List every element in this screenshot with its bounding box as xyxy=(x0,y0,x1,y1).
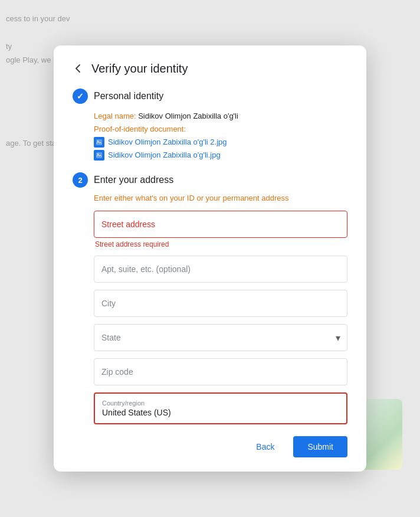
state-select-wrapper: State ▾ xyxy=(94,324,347,351)
verify-identity-modal: Verify your identity ✓ Personal identity… xyxy=(54,45,366,472)
zip-code-input[interactable] xyxy=(94,358,347,385)
personal-identity-section: ✓ Personal identity Legal name: Sidikov … xyxy=(73,89,347,162)
country-region-value: United States (US) xyxy=(102,408,339,417)
modal-footer: Back Submit xyxy=(73,436,347,457)
svg-rect-2 xyxy=(96,152,102,158)
legal-name-label: Legal name: xyxy=(94,112,136,120)
proof-label-row: Proof-of-identity document: xyxy=(94,123,347,136)
zip-code-group xyxy=(94,358,347,385)
file-icon-2 xyxy=(94,150,104,161)
address-subtitle: Enter either what's on your ID or your p… xyxy=(94,194,347,202)
state-select[interactable]: State xyxy=(94,324,347,351)
state-group: State ▾ xyxy=(94,324,347,351)
apt-suite-input[interactable] xyxy=(94,256,347,283)
file-icon-1 xyxy=(94,137,104,148)
section1-header: ✓ Personal identity xyxy=(73,89,347,104)
checkmark-icon: ✓ xyxy=(77,91,84,101)
personal-identity-content: Legal name: Sidikov Olimjon Zabixilla o'… xyxy=(94,110,347,162)
file-name-2: Sidikov Olimjon Zabixilla o'g'li.jpg xyxy=(108,149,221,162)
city-group xyxy=(94,290,347,317)
back-button[interactable]: Back xyxy=(247,437,284,456)
country-region-label: Country/region xyxy=(102,400,339,407)
svg-point-1 xyxy=(97,140,99,142)
street-address-input[interactable] xyxy=(94,211,347,238)
svg-rect-0 xyxy=(96,139,102,145)
section1-title: Personal identity xyxy=(94,91,163,102)
country-region-box: Country/region United States (US) xyxy=(94,392,347,424)
back-arrow-icon[interactable] xyxy=(73,63,84,74)
section2-header: 2 Enter your address xyxy=(73,172,347,188)
street-address-group: Street address required xyxy=(94,211,347,248)
section1-badge: ✓ xyxy=(73,89,88,104)
street-address-error: Street address required xyxy=(95,240,347,248)
submit-button[interactable]: Submit xyxy=(293,436,347,457)
city-input[interactable] xyxy=(94,290,347,317)
file-item-1[interactable]: Sidikov Olimjon Zabixilla o'g'li 2.jpg xyxy=(94,136,347,149)
modal-title: Verify your identity xyxy=(91,62,188,76)
section2-badge-number: 2 xyxy=(78,176,82,185)
file-name-1: Sidikov Olimjon Zabixilla o'g'li 2.jpg xyxy=(108,136,227,149)
legal-name-row: Legal name: Sidikov Olimjon Zabixilla o'… xyxy=(94,110,347,123)
svg-point-3 xyxy=(97,153,99,155)
apt-suite-group xyxy=(94,256,347,283)
address-section: 2 Enter your address Enter either what's… xyxy=(73,172,347,424)
proof-label: Proof-of-identity document: xyxy=(94,125,186,133)
file-item-2[interactable]: Sidikov Olimjon Zabixilla o'g'li.jpg xyxy=(94,149,347,162)
section2-badge: 2 xyxy=(73,172,88,188)
section2-title: Enter your address xyxy=(94,175,173,185)
legal-name-value: Sidikov Olimjon Zabixilla o'g'li xyxy=(138,112,238,120)
modal-header: Verify your identity xyxy=(73,62,347,76)
